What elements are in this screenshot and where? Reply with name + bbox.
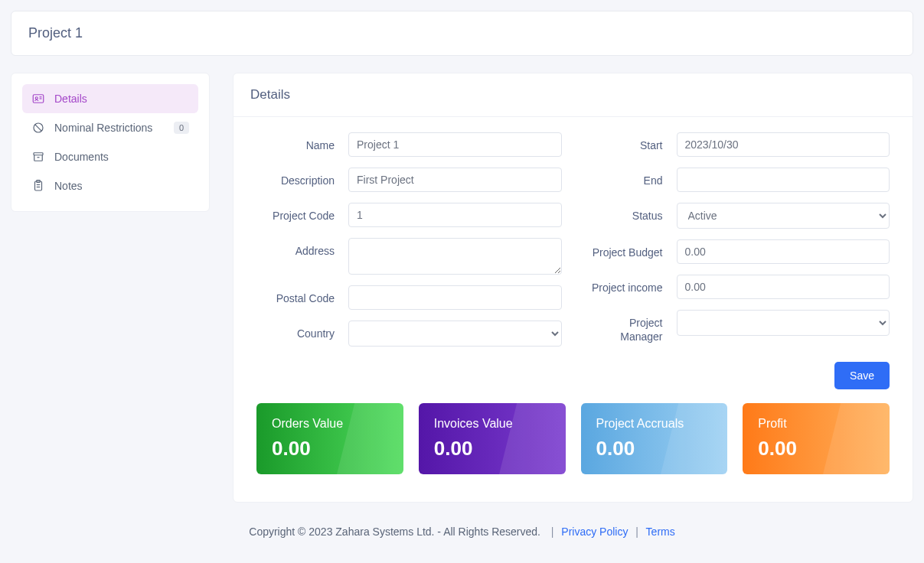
card-deco <box>821 403 890 474</box>
address-input[interactable] <box>348 238 562 275</box>
end-input[interactable] <box>677 168 890 192</box>
form-right-column: Start End Status Active Project <box>585 132 890 357</box>
svg-line-5 <box>35 125 41 131</box>
sidebar-item-label: Documents <box>54 151 109 163</box>
ban-icon <box>31 121 45 135</box>
country-label: Country <box>256 321 348 340</box>
id-card-icon <box>31 92 45 106</box>
start-label: Start <box>585 132 677 152</box>
manager-select[interactable] <box>677 310 890 336</box>
footer-sep: | <box>635 526 638 538</box>
status-label: Status <box>585 203 677 223</box>
end-label: End <box>585 168 677 187</box>
budget-input[interactable] <box>677 239 890 264</box>
country-select[interactable] <box>348 321 562 347</box>
start-input[interactable] <box>677 132 890 157</box>
budget-label: Project Budget <box>585 239 677 259</box>
income-input[interactable] <box>677 275 890 299</box>
sidebar-item-nominal-restrictions[interactable]: Nominal Restrictions 0 <box>22 113 198 142</box>
description-label: Description <box>256 168 348 187</box>
card-deco <box>659 403 728 474</box>
title-card: Project 1 <box>11 11 913 56</box>
svg-rect-6 <box>34 153 43 155</box>
description-input[interactable] <box>348 168 562 192</box>
status-select[interactable]: Active <box>677 203 890 229</box>
footer-terms-link[interactable]: Terms <box>646 526 675 538</box>
sidebar-item-documents[interactable]: Documents <box>22 142 198 171</box>
footer-copyright: Copyright © 2023 Zahara Systems Ltd. - A… <box>249 526 540 538</box>
manager-label: Project Manager <box>585 310 677 343</box>
footer-sep: | <box>548 526 554 538</box>
form-left-column: Name Description Project Code Address <box>256 132 562 357</box>
footer: Copyright © 2023 Zahara Systems Ltd. - A… <box>11 503 913 558</box>
save-button[interactable]: Save <box>834 362 890 389</box>
name-label: Name <box>256 132 348 152</box>
sidebar: Details Nominal Restrictions 0 Documents <box>11 73 210 212</box>
stat-card-accruals: Project Accruals 0.00 <box>581 403 728 474</box>
stat-card-invoices: Invoices Value 0.00 <box>419 403 566 474</box>
svg-point-1 <box>35 97 38 99</box>
sidebar-item-details[interactable]: Details <box>22 84 198 113</box>
address-label: Address <box>256 238 348 258</box>
card-deco <box>335 403 403 474</box>
income-label: Project income <box>585 275 677 295</box>
archive-icon <box>31 150 45 164</box>
details-panel: Details Name Description Project Code <box>233 73 913 503</box>
clipboard-icon <box>31 179 45 193</box>
sidebar-badge-nominal: 0 <box>174 122 189 134</box>
svg-rect-0 <box>33 95 44 103</box>
sidebar-item-label: Notes <box>54 180 83 192</box>
details-heading: Details <box>233 73 913 117</box>
page-title: Project 1 <box>28 25 896 41</box>
sidebar-item-notes[interactable]: Notes <box>22 171 198 200</box>
project-code-label: Project Code <box>256 203 348 223</box>
stat-cards: Orders Value 0.00 Invoices Value 0.00 Pr… <box>233 403 913 502</box>
stat-card-orders: Orders Value 0.00 <box>256 403 403 474</box>
postal-code-label: Postal Code <box>256 285 348 305</box>
stat-card-profit: Profit 0.00 <box>743 403 890 474</box>
name-input[interactable] <box>348 132 562 157</box>
footer-privacy-link[interactable]: Privacy Policy <box>561 526 628 538</box>
sidebar-item-label: Nominal Restrictions <box>54 122 152 134</box>
sidebar-item-label: Details <box>54 93 87 105</box>
postal-code-input[interactable] <box>348 285 562 310</box>
project-code-input[interactable] <box>348 203 562 227</box>
